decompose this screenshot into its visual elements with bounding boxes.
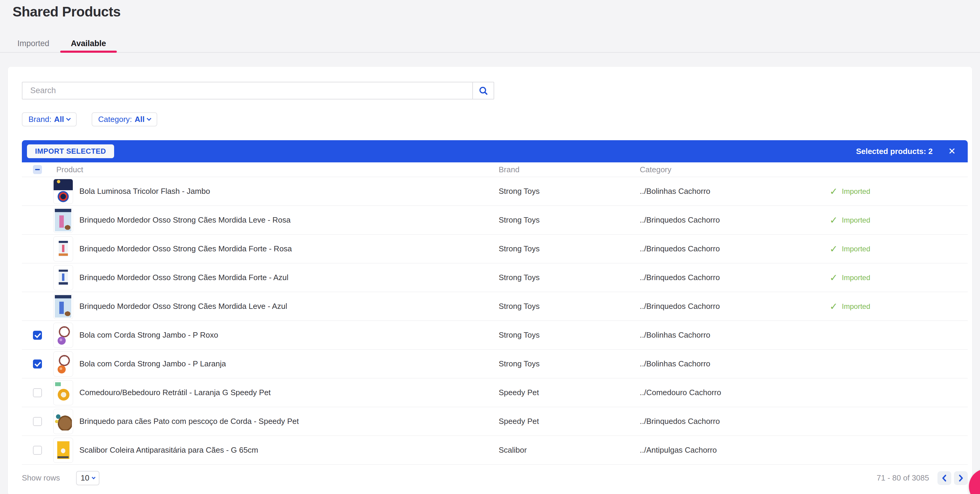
import-selected-button[interactable]: IMPORT SELECTED [27,144,114,158]
brand-cell: Strong Toys [499,273,640,282]
product-cell: Bola com Corda Strong Jambo - P Laranja [22,351,499,376]
product-name: Brinquedo Mordedor Osso Strong Cães Mord… [80,215,291,225]
tabs-bar: Imported Available [0,35,980,53]
previous-page-button[interactable] [937,471,951,485]
chevron-down-icon [147,116,151,121]
table-row[interactable]: Brinquedo Mordedor Osso Strong Cães Mord… [22,206,968,234]
status-cell: ✓ Imported [830,244,968,254]
table-row[interactable]: Brinquedo Mordedor Osso Strong Cães Mord… [22,234,968,263]
select-all-checkbox[interactable] [33,165,42,174]
product-cell: Scalibor Coleira Antiparasitária para Cã… [22,438,499,463]
row-checkbox[interactable] [33,388,42,397]
product-thumbnail [53,207,73,233]
category-cell: ../Brinquedos Cachorro [640,273,830,282]
next-page-button[interactable] [954,471,968,485]
product-name: Brinquedo Mordedor Osso Strong Cães Mord… [80,244,292,253]
brand-cell: Strong Toys [499,302,640,311]
brand-cell: Scalibor [499,445,640,455]
status-cell: ✓ Imported [830,273,968,282]
filters-row: Brand: All Category: All [22,112,968,126]
product-thumbnail [53,438,73,463]
status-label: Imported [842,187,870,196]
chevron-down-icon [66,116,71,121]
product-name: Brinquedo para cães Pato com pescoço de … [80,417,299,426]
status-label: Imported [842,216,870,225]
row-checkbox[interactable] [33,417,42,426]
row-checkbox[interactable] [33,360,42,368]
pagination-range: 71 - 80 of 3085 [877,473,929,483]
product-cell: Comedouro/Bebedouro Retrátil - Laranja G… [22,380,499,405]
products-card: Brand: All Category: All IMPORT SELECTED… [8,67,972,494]
product-cell: Bola Luminosa Tricolor Flash - Jambo [22,179,499,204]
product-name: Comedouro/Bebedouro Retrátil - Laranja G… [80,388,271,397]
product-thumbnail [53,294,73,319]
status-cell: ✓ Imported [830,215,968,225]
table-row[interactable]: Scalibor Coleira Antiparasitária para Cã… [22,436,968,465]
category-cell: ../Brinquedos Cachorro [640,417,830,426]
table-header: Product Brand Category [22,163,968,177]
chevron-left-icon [941,475,947,482]
table-row[interactable]: Brinquedo Mordedor Osso Strong Cães Mord… [22,292,968,321]
brand-cell: Strong Toys [499,244,640,253]
category-cell: ../Bolinhas Cachorro [640,330,830,340]
product-thumbnail [53,236,73,261]
status-cell: ✓ Imported [830,186,968,196]
search-input[interactable] [22,82,473,99]
column-header-category: Category [640,165,830,174]
product-name: Brinquedo Mordedor Osso Strong Cães Mord… [80,302,287,311]
table-row[interactable]: Brinquedo para cães Pato com pescoço de … [22,407,968,436]
category-cell: ../Bolinhas Cachorro [640,359,830,368]
brand-cell: Strong Toys [499,186,640,196]
product-thumbnail [53,179,73,204]
category-cell: ../Antipulgas Cachorro [640,445,830,455]
imported-check-icon: ✓ [830,244,838,254]
imported-check-icon: ✓ [830,215,838,225]
imported-check-icon: ✓ [830,186,838,196]
brand-cell: Speedy Pet [499,417,640,426]
brand-cell: Strong Toys [499,215,640,225]
category-filter-label: Category: [98,115,132,124]
row-checkbox[interactable] [33,446,42,455]
category-cell: ../Bolinhas Cachorro [640,186,830,196]
category-cell: ../Brinquedos Cachorro [640,244,830,253]
category-filter-value: All [135,115,145,124]
product-thumbnail [53,323,73,348]
chevron-right-icon [958,475,964,482]
table-row[interactable]: Bola com Corda Strong Jambo - P Roxo Str… [22,321,968,350]
page-title: Shared Products [13,3,980,20]
search-box [22,82,494,99]
product-name: Bola com Corda Strong Jambo - P Roxo [80,330,218,340]
table-row[interactable]: Brinquedo Mordedor Osso Strong Cães Mord… [22,263,968,292]
status-cell: ✓ Imported [830,302,968,311]
rows-per-page-value: 10 [81,473,89,483]
product-cell: Brinquedo Mordedor Osso Strong Cães Mord… [22,294,499,319]
pagination-bar: Show rows 10 71 - 80 of 3085 [22,465,968,491]
search-row [22,67,968,99]
search-button[interactable] [473,82,494,99]
status-label: Imported [842,302,870,311]
category-cell: ../Comedouro Cachorro [640,388,830,397]
table-row[interactable]: Comedouro/Bebedouro Retrátil - Laranja G… [22,378,968,407]
column-header-brand: Brand [499,165,640,174]
product-name: Brinquedo Mordedor Osso Strong Cães Mord… [80,273,288,282]
selection-action-bar: IMPORT SELECTED Selected products: 2 ✕ [22,140,968,163]
imported-check-icon: ✓ [830,273,838,282]
product-thumbnail [53,380,73,405]
table-row[interactable]: Bola com Corda Strong Jambo - P Laranja … [22,350,968,378]
row-checkbox[interactable] [33,331,42,340]
product-cell: Brinquedo Mordedor Osso Strong Cães Mord… [22,265,499,290]
column-header-product: Product [56,165,83,174]
category-filter[interactable]: Category: All [92,112,157,126]
close-selection-button[interactable]: ✕ [948,147,956,156]
tab-available[interactable]: Available [60,35,117,52]
brand-cell: Speedy Pet [499,388,640,397]
tab-imported[interactable]: Imported [6,35,60,52]
selected-products-count: Selected products: 2 [856,147,933,156]
product-name: Scalibor Coleira Antiparasitária para Cã… [80,445,258,455]
product-thumbnail [53,265,73,290]
category-cell: ../Brinquedos Cachorro [640,215,830,225]
brand-cell: Strong Toys [499,359,640,368]
brand-filter[interactable]: Brand: All [22,112,77,126]
table-row[interactable]: Bola Luminosa Tricolor Flash - Jambo Str… [22,177,968,206]
rows-per-page-select[interactable]: 10 [76,471,99,485]
